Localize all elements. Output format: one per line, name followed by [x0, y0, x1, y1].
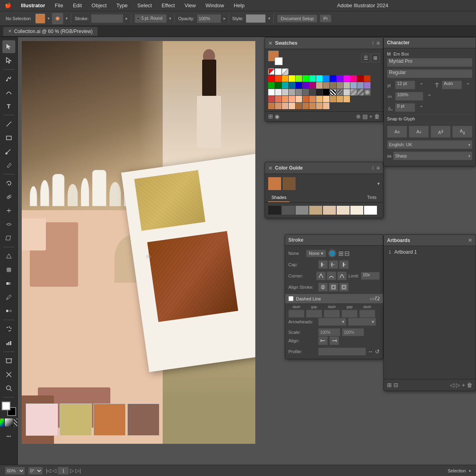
swatch-cell[interactable] [289, 75, 295, 82]
gradient-btn[interactable] [5, 418, 13, 426]
projecting-cap-btn[interactable] [339, 260, 349, 269]
artboards-close-icon[interactable]: ✕ [468, 237, 472, 243]
arrowhead-end-select[interactable]: ▾ [348, 318, 376, 326]
font-size-input[interactable]: 12 pt [395, 81, 415, 89]
artboard-item-1[interactable]: 1 Artboard 1 [384, 246, 476, 258]
fill-swatch[interactable] [35, 14, 45, 23]
baseline-up-btn[interactable]: ⌃ [417, 103, 426, 112]
swatch-cell[interactable] [364, 82, 370, 89]
miter-corner-btn[interactable] [316, 271, 326, 280]
style-arrow[interactable]: ▾ [268, 16, 270, 21]
swatch-cell[interactable] [302, 103, 309, 109]
shade-1[interactable] [268, 206, 281, 215]
swatch-library-icon[interactable]: ⊞ [268, 113, 273, 120]
gradient-tool[interactable] [2, 277, 15, 290]
profile-reset-icon[interactable]: ↺ [375, 348, 380, 355]
blend-tool[interactable] [2, 304, 15, 317]
menu-edit[interactable]: Edit [71, 2, 83, 9]
align-center-btn[interactable] [318, 283, 328, 292]
butt-cap-btn[interactable] [318, 260, 328, 269]
menu-window[interactable]: Window [204, 2, 226, 9]
artboards-nav-next-icon[interactable]: ▷ [456, 382, 460, 388]
direct-select-tool[interactable] [2, 54, 15, 67]
align-btn-2[interactable] [329, 336, 339, 345]
swatch-cell[interactable] [316, 82, 323, 89]
swatch-cell[interactable] [344, 75, 350, 82]
size-up-btn[interactable]: ⌃ [417, 81, 426, 89]
swatch-cell[interactable] [344, 82, 350, 89]
style-preview[interactable] [246, 14, 266, 23]
delete-swatch-icon[interactable]: 🗑 [374, 113, 380, 120]
stroke-weight-box[interactable] [91, 14, 123, 23]
artboards-delete-icon[interactable]: 🗑 [467, 382, 472, 388]
swatch-cell[interactable] [302, 75, 309, 82]
artboard-tool[interactable] [2, 354, 15, 367]
new-swatch-icon[interactable]: + [369, 113, 373, 120]
swatch-cell-gradient[interactable] [364, 89, 370, 95]
slice-tool[interactable] [2, 368, 15, 381]
swatch-cell[interactable] [289, 103, 295, 109]
apple-menu[interactable]: 🍎 [3, 2, 13, 9]
brush-select-arrow[interactable]: ▾ [169, 16, 171, 21]
menu-effect[interactable]: Effect [160, 2, 176, 9]
stroke-globe-icon[interactable]: 🌐 [328, 249, 337, 258]
type-tool[interactable]: T [2, 99, 15, 112]
stroke-none-select[interactable]: None ▾ [306, 250, 326, 257]
dashed-line-icon1[interactable]: ▭ [370, 296, 375, 302]
swatch-bg-color[interactable] [275, 57, 283, 65]
swatch-cell[interactable] [357, 75, 364, 82]
color-btn[interactable] [0, 418, 4, 426]
doc-setup-button[interactable]: Document Setup [277, 14, 317, 23]
swatch-cell[interactable] [289, 89, 295, 95]
swatch-cell[interactable] [323, 89, 329, 95]
swatch-cell-pattern3[interactable] [344, 89, 350, 95]
swatch-cell[interactable] [350, 75, 357, 82]
menu-type[interactable]: Type [115, 2, 129, 9]
menu-file[interactable]: File [53, 2, 65, 9]
none-swatch[interactable] [268, 68, 275, 75]
swatch-cell[interactable] [323, 96, 329, 102]
swatch-cell[interactable] [316, 75, 323, 82]
artboards-new-icon[interactable]: + [462, 382, 465, 388]
cg-harmony-dropdown[interactable]: ▾ [377, 181, 380, 186]
nav-next-icon[interactable]: ▷ [70, 468, 74, 474]
round-corner-btn[interactable] [327, 271, 336, 280]
small-caps-btn[interactable]: Ax [409, 126, 429, 138]
swatch-cell[interactable] [282, 75, 288, 82]
swatches-close-icon[interactable]: ✕ [268, 40, 273, 46]
canvas-area[interactable]: .32 .06 ✕ Swatches 《 ≡ [18, 37, 476, 465]
align-outside-btn[interactable] [339, 283, 349, 292]
align-btn-1[interactable] [318, 336, 328, 345]
shade-4[interactable] [309, 206, 322, 215]
swatch-cell-accent[interactable] [268, 103, 275, 109]
mesh-tool[interactable] [2, 263, 15, 276]
swatch-cell[interactable] [357, 82, 364, 89]
swatch-cell[interactable] [344, 96, 350, 102]
swatch-cell[interactable] [289, 96, 295, 102]
stroke-icon1[interactable]: ⊞ [338, 250, 344, 257]
symbol-sprayer-tool[interactable] [2, 323, 15, 335]
perspective-grid-tool[interactable] [2, 250, 15, 263]
shade-6[interactable] [337, 206, 350, 215]
swatch-grid-view-btn[interactable]: ⊞ [371, 54, 380, 62]
swatch-cell-pattern5[interactable] [357, 89, 364, 95]
baseline-input[interactable]: 0 pt [395, 103, 415, 112]
profile-select[interactable] [318, 348, 366, 356]
menu-select[interactable]: Select [136, 2, 153, 9]
limit-input[interactable]: 10x [361, 272, 380, 280]
swatch-cell[interactable] [296, 75, 302, 82]
shade-8[interactable] [364, 206, 377, 215]
dash-input-3[interactable] [359, 310, 375, 318]
swatch-libraries-icon[interactable]: ⊕ [356, 113, 361, 120]
swatch-cell[interactable] [309, 89, 316, 95]
pencil-tool[interactable] [2, 159, 15, 172]
swatch-cell[interactable] [364, 75, 370, 82]
zoom-tool[interactable] [2, 382, 15, 395]
cg-swatch-2[interactable] [283, 177, 296, 190]
swatch-cell[interactable] [316, 89, 323, 95]
swatch-cell[interactable] [302, 82, 309, 89]
angle-select[interactable]: 0° [28, 467, 43, 475]
swatch-cell[interactable] [309, 82, 316, 89]
document-tab[interactable]: ✕ Collection.ai @ 60 % (RGB/Preview) [3, 27, 97, 36]
artboards-rearrange-icon[interactable]: ⊞ [387, 382, 392, 388]
